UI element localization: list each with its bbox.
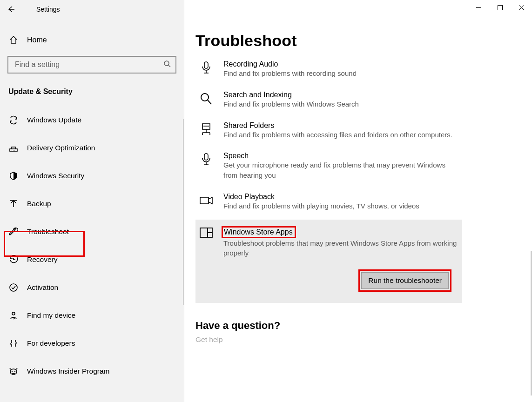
svg-rect-10 bbox=[202, 124, 210, 129]
sidebar-item-backup[interactable]: Backup bbox=[0, 190, 184, 218]
svg-rect-11 bbox=[204, 154, 208, 160]
sidebar-section-header: Update & Security bbox=[0, 81, 184, 106]
troubleshooter-desc: Find and fix problems with recording sou… bbox=[223, 68, 357, 79]
troubleshooter-shared-folders[interactable]: Shared Folders Find and fix problems wit… bbox=[195, 118, 462, 148]
troubleshooter-desc: Get your microphone ready and fix proble… bbox=[223, 160, 457, 181]
troubleshooter-windows-store-apps[interactable]: Windows Store Apps Troubleshoot problems… bbox=[195, 220, 462, 303]
sidebar: Settings Home Update & Security bbox=[0, 0, 184, 402]
apps-icon bbox=[197, 226, 215, 292]
microphone-icon bbox=[197, 152, 215, 181]
troubleshooter-title: Shared Folders bbox=[223, 121, 452, 130]
insider-icon bbox=[8, 367, 19, 376]
sidebar-item-label: Troubleshoot bbox=[27, 228, 69, 236]
troubleshooter-video-playback[interactable]: Video Playback Find and fix problems wit… bbox=[195, 189, 462, 220]
troubleshooter-title: Speech bbox=[223, 152, 457, 160]
refresh-icon bbox=[8, 115, 19, 125]
home-label: Home bbox=[27, 36, 47, 44]
sidebar-item-label: For developers bbox=[27, 339, 75, 348]
maximize-button[interactable] bbox=[489, 0, 511, 15]
svg-point-9 bbox=[201, 94, 209, 101]
annotation-highlight-title: Windows Store Apps bbox=[222, 226, 296, 238]
sidebar-item-label: Activation bbox=[27, 283, 58, 292]
sidebar-item-find-my-device[interactable]: Find my device bbox=[0, 302, 184, 329]
svg-rect-8 bbox=[204, 62, 208, 68]
sidebar-item-delivery-optimization[interactable]: Delivery Optimization bbox=[0, 134, 184, 162]
search-icon bbox=[163, 60, 171, 69]
minimize-button[interactable] bbox=[468, 0, 489, 15]
troubleshooter-search-indexing[interactable]: Search and Indexing Find and fix problem… bbox=[195, 87, 462, 118]
person-location-icon bbox=[8, 311, 19, 320]
back-button[interactable] bbox=[0, 0, 22, 19]
video-icon bbox=[197, 193, 215, 211]
close-button[interactable] bbox=[511, 0, 532, 15]
tools-icon bbox=[8, 339, 19, 348]
page-heading: Troubleshoot bbox=[195, 32, 519, 50]
troubleshooter-desc: Troubleshoot problems that may prevent W… bbox=[223, 238, 457, 259]
svg-rect-7 bbox=[498, 5, 502, 10]
sidebar-item-label: Recovery bbox=[27, 255, 57, 264]
troubleshooter-desc: Find and fix problems with Windows Searc… bbox=[223, 99, 359, 109]
microphone-icon bbox=[197, 60, 215, 79]
window-controls bbox=[468, 0, 532, 15]
svg-point-2 bbox=[10, 284, 17, 291]
wrench-icon bbox=[8, 227, 19, 236]
sidebar-item-activation[interactable]: Activation bbox=[0, 274, 184, 302]
sidebar-item-windows-update[interactable]: Windows Update bbox=[0, 106, 184, 134]
troubleshooter-title: Recording Audio bbox=[223, 60, 357, 68]
sidebar-item-label: Windows Security bbox=[27, 172, 84, 180]
sidebar-item-windows-security[interactable]: Windows Security bbox=[0, 162, 184, 190]
svg-point-5 bbox=[12, 371, 13, 372]
sidebar-item-troubleshoot[interactable]: Troubleshoot bbox=[0, 218, 184, 246]
search-icon bbox=[197, 91, 215, 109]
home-icon bbox=[8, 35, 19, 45]
troubleshooter-title: Video Playback bbox=[223, 193, 419, 201]
network-icon bbox=[8, 143, 19, 153]
sidebar-item-label: Find my device bbox=[27, 311, 75, 320]
get-help-link[interactable]: Get help bbox=[195, 335, 519, 344]
sidebar-item-windows-insider[interactable]: Windows Insider Program bbox=[0, 357, 184, 385]
svg-rect-12 bbox=[200, 197, 209, 204]
sidebar-item-label: Backup bbox=[27, 200, 51, 208]
history-icon bbox=[8, 255, 19, 264]
sidebar-item-label: Delivery Optimization bbox=[27, 144, 95, 152]
titlebar: Settings bbox=[0, 0, 184, 19]
troubleshooter-desc: Find and fix problems with playing movie… bbox=[223, 201, 419, 211]
sidebar-scrollbar[interactable] bbox=[183, 119, 184, 305]
home-nav[interactable]: Home bbox=[0, 27, 184, 53]
svg-point-3 bbox=[12, 312, 15, 315]
main-content: Troubleshoot Recording Audio Find and fi… bbox=[184, 0, 532, 402]
checkmark-circle-icon bbox=[8, 283, 19, 292]
question-heading: Have a question? bbox=[195, 320, 519, 332]
search-box[interactable] bbox=[7, 56, 176, 74]
annotation-highlight-button: Run the troubleshooter bbox=[358, 269, 451, 292]
sidebar-item-label: Windows Update bbox=[27, 116, 81, 124]
troubleshooter-title: Windows Store Apps bbox=[224, 228, 293, 236]
svg-point-0 bbox=[164, 61, 169, 66]
svg-rect-1 bbox=[10, 149, 17, 151]
troubleshooter-desc: Find and fix problems with accessing fil… bbox=[223, 130, 452, 140]
arrow-up-icon bbox=[8, 199, 19, 208]
troubleshooter-recording-audio[interactable]: Recording Audio Find and fix problems wi… bbox=[195, 56, 462, 87]
shared-folders-icon bbox=[197, 121, 215, 140]
window-title: Settings bbox=[22, 6, 60, 13]
troubleshooter-title: Search and Indexing bbox=[223, 91, 359, 99]
shield-icon bbox=[8, 171, 19, 181]
sidebar-item-recovery[interactable]: Recovery bbox=[0, 246, 184, 274]
search-input[interactable] bbox=[14, 60, 163, 69]
svg-point-6 bbox=[14, 371, 15, 372]
run-troubleshooter-button[interactable]: Run the troubleshooter bbox=[361, 272, 449, 289]
troubleshooter-speech[interactable]: Speech Get your microphone ready and fix… bbox=[195, 148, 462, 189]
sidebar-item-label: Windows Insider Program bbox=[27, 367, 109, 375]
sidebar-item-for-developers[interactable]: For developers bbox=[0, 329, 184, 357]
